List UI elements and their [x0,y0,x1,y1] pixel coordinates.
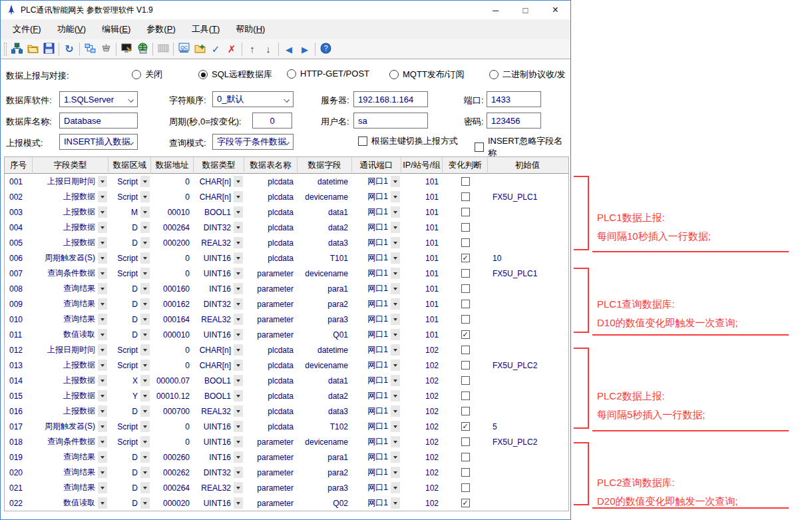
password-input[interactable]: 123456 [487,113,541,129]
dropdown-arrow-icon[interactable] [140,375,150,386]
dropdown-arrow-icon[interactable] [234,482,243,493]
server-input[interactable]: 192.168.1.164 [353,91,428,107]
dropdown-arrow-icon[interactable] [140,298,150,310]
toolbar-open-folder-button[interactable] [25,41,41,57]
dropdown-arrow-icon[interactable] [234,375,243,386]
dropdown-arrow-icon[interactable] [234,222,243,233]
dropdown-arrow-icon[interactable] [98,482,107,493]
insert-ignore-fields-checkbox[interactable]: INSERT忽略字段名称 [475,135,570,159]
dropdown-arrow-icon[interactable] [391,206,400,218]
dropdown-arrow-icon[interactable] [391,237,400,248]
dropdown-arrow-icon[interactable] [234,268,243,279]
dropdown-arrow-icon[interactable] [140,268,150,279]
menu-item-4[interactable]: 工具(T) [184,21,228,38]
dropdown-arrow-icon[interactable] [98,467,107,478]
dropdown-arrow-icon[interactable] [391,298,400,310]
dropdown-arrow-icon[interactable] [98,222,107,233]
menu-item-2[interactable]: 编辑(E) [94,21,138,38]
dropdown-arrow-icon[interactable] [140,467,150,478]
db-software-select[interactable]: 1.SQLServer [59,91,138,107]
toolbar-move-down-button[interactable]: ↓ [260,41,276,57]
dropdown-arrow-icon[interactable] [391,283,400,294]
change-flag-checkbox[interactable] [461,391,470,400]
dropdown-arrow-icon[interactable] [140,482,150,493]
dropdown-arrow-icon[interactable] [140,206,150,218]
dropdown-arrow-icon[interactable] [98,268,107,279]
dropdown-arrow-icon[interactable] [391,344,400,356]
change-flag-checkbox[interactable] [461,407,470,415]
db-name-input[interactable]: Database [59,113,138,129]
dropdown-arrow-icon[interactable] [234,390,243,401]
dropdown-arrow-icon[interactable] [98,405,107,417]
dropdown-arrow-icon[interactable] [234,451,243,463]
query-mode-select[interactable]: 字段等于条件数据 [212,134,294,150]
dropdown-arrow-icon[interactable] [98,360,107,371]
change-flag-checkbox[interactable] [461,192,470,201]
toolbar-network-tree-button[interactable] [9,41,25,57]
dropdown-arrow-icon[interactable] [391,467,400,478]
dropdown-arrow-icon[interactable] [98,421,107,432]
dropdown-arrow-icon[interactable] [234,467,243,478]
dropdown-arrow-icon[interactable] [140,421,150,432]
dropdown-arrow-icon[interactable] [234,176,243,187]
dropdown-arrow-icon[interactable] [98,375,107,386]
report-mode-select[interactable]: INSERT插入数据 [59,134,138,150]
port-input[interactable]: 1433 [487,91,541,107]
toolbar-cancel-button[interactable]: ✗ [224,41,240,57]
dropdown-arrow-icon[interactable] [391,314,400,325]
dropdown-arrow-icon[interactable] [234,360,243,371]
dropdown-arrow-icon[interactable] [140,176,150,187]
dropdown-arrow-icon[interactable] [140,390,150,401]
dropdown-arrow-icon[interactable] [140,222,150,233]
change-flag-checkbox[interactable] [461,238,470,247]
change-flag-checkbox[interactable] [461,453,470,461]
dropdown-arrow-icon[interactable] [234,436,243,447]
dropdown-arrow-icon[interactable] [98,451,107,463]
dropdown-arrow-icon[interactable] [391,222,400,233]
radio-0[interactable]: 关闭 [132,69,162,81]
change-flag-checkbox[interactable] [461,361,470,370]
dropdown-arrow-icon[interactable] [391,482,400,493]
dropdown-arrow-icon[interactable] [98,390,107,401]
dropdown-arrow-icon[interactable] [140,451,150,463]
dropdown-arrow-icon[interactable] [140,436,150,447]
toolbar-import-folder-button[interactable] [192,41,208,57]
change-flag-checkbox[interactable] [461,346,470,354]
dropdown-arrow-icon[interactable] [140,360,150,371]
maximize-button[interactable]: □ [510,1,540,19]
change-flag-checkbox[interactable] [461,437,470,446]
dropdown-arrow-icon[interactable] [98,283,107,294]
toolbar-prev-button[interactable]: ◀ [281,41,297,57]
dropdown-arrow-icon[interactable] [98,314,107,325]
primary-key-switch-checkbox[interactable]: 根据主键切换上报方式 [358,135,458,147]
toolbar-plc-module-button[interactable] [155,41,171,57]
radio-2[interactable]: HTTP-GET/POST [287,69,369,79]
dropdown-arrow-icon[interactable] [234,283,243,294]
dropdown-arrow-icon[interactable] [98,206,107,218]
change-flag-checkbox[interactable] [461,208,470,216]
change-flag-checkbox[interactable]: ✓ [461,499,470,507]
dropdown-arrow-icon[interactable] [98,497,107,509]
dropdown-arrow-icon[interactable] [234,314,243,325]
dropdown-arrow-icon[interactable] [391,360,400,371]
dropdown-arrow-icon[interactable] [140,329,150,340]
dropdown-arrow-icon[interactable] [391,436,400,447]
dropdown-arrow-icon[interactable] [234,206,243,218]
dropdown-arrow-icon[interactable] [391,497,400,509]
dropdown-arrow-icon[interactable] [391,390,400,401]
toolbar-network-globe-button[interactable] [134,41,150,57]
dropdown-arrow-icon[interactable] [98,329,107,340]
dropdown-arrow-icon[interactable] [391,176,400,187]
dropdown-arrow-icon[interactable] [391,405,400,417]
change-flag-checkbox[interactable] [461,223,470,232]
menu-item-3[interactable]: 参数(P) [138,21,183,38]
dropdown-arrow-icon[interactable] [140,497,150,509]
dropdown-arrow-icon[interactable] [234,497,243,509]
toolbar-move-up-button[interactable]: ↑ [244,41,260,57]
change-flag-checkbox[interactable]: ✓ [461,330,470,339]
change-flag-checkbox[interactable] [461,300,470,308]
change-flag-checkbox[interactable] [461,177,470,186]
toolbar-comm-nodes-button[interactable] [82,41,98,57]
toolbar-next-button[interactable]: ▶ [297,41,313,57]
menu-item-5[interactable]: 帮助(H) [228,21,273,38]
